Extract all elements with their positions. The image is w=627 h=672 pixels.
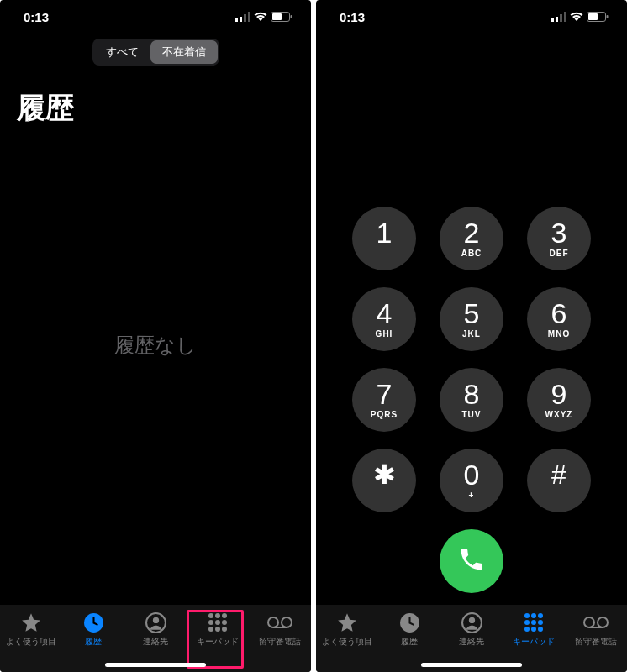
- seg-missed[interactable]: 不在着信: [150, 40, 218, 64]
- filter-segment: すべて 不在着信: [0, 39, 311, 66]
- star-icon: [336, 612, 358, 633]
- keypad-area: 1 2ABC 3DEF 4GHI 5JKL 6MNO 7PQRS 8TUV 9W…: [316, 34, 627, 605]
- key-1[interactable]: 1: [352, 207, 416, 270]
- tab-recents[interactable]: 履歴: [381, 612, 438, 648]
- tab-favorites[interactable]: よく使う項目: [3, 612, 60, 648]
- key-2[interactable]: 2ABC: [440, 207, 503, 270]
- battery-icon: [587, 12, 609, 22]
- svg-rect-1: [240, 17, 242, 22]
- key-5[interactable]: 5JKL: [440, 287, 503, 351]
- key-6[interactable]: 6MNO: [527, 287, 591, 351]
- tab-recents[interactable]: 履歴: [65, 612, 122, 648]
- keypad-screen: 0:13 1 2ABC 3DEF 4GHI 5JKL 6MNO 7PQRS 8T…: [316, 0, 627, 672]
- key-0[interactable]: 0+: [440, 449, 503, 512]
- phone-icon: [458, 546, 485, 576]
- key-7[interactable]: 7PQRS: [352, 368, 416, 432]
- home-indicator[interactable]: [105, 663, 206, 667]
- status-indicators: [551, 12, 609, 22]
- svg-rect-13: [551, 18, 554, 22]
- svg-rect-14: [556, 17, 558, 22]
- key-4[interactable]: 4GHI: [352, 287, 416, 351]
- tab-bar: よく使う項目 履歴 連絡先 キーパッド 留守番電話: [316, 605, 627, 672]
- keypad-grid: 1 2ABC 3DEF 4GHI 5JKL 6MNO 7PQRS 8TUV 9W…: [316, 207, 627, 512]
- tab-contacts[interactable]: 連絡先: [443, 612, 500, 648]
- svg-point-23: [584, 617, 594, 627]
- svg-rect-3: [248, 12, 250, 22]
- tab-voicemail[interactable]: 留守番電話: [567, 612, 624, 648]
- svg-rect-15: [560, 14, 562, 22]
- key-9[interactable]: 9WXYZ: [527, 368, 591, 432]
- seg-all[interactable]: すべて: [94, 40, 150, 64]
- clock-icon: [83, 612, 104, 633]
- page-title: 履歴: [0, 66, 311, 136]
- person-icon: [461, 612, 482, 633]
- svg-rect-6: [291, 15, 292, 18]
- status-bar: 0:13: [316, 0, 627, 34]
- annotation-highlight: [187, 610, 244, 669]
- battery-icon: [271, 12, 292, 22]
- voicemail-icon: [267, 612, 292, 633]
- key-star[interactable]: ✱: [352, 449, 416, 512]
- signal-icon: [551, 12, 566, 22]
- wifi-icon: [570, 12, 583, 22]
- status-time: 0:13: [340, 10, 365, 24]
- tab-voicemail[interactable]: 留守番電話: [251, 612, 308, 648]
- svg-point-9: [152, 617, 158, 622]
- clock-icon: [399, 612, 420, 633]
- svg-rect-2: [244, 14, 246, 22]
- key-3[interactable]: 3DEF: [527, 207, 591, 270]
- voicemail-icon: [583, 612, 609, 633]
- signal-icon: [235, 12, 250, 22]
- status-indicators: [235, 12, 292, 22]
- svg-rect-0: [235, 18, 238, 22]
- svg-rect-16: [564, 12, 566, 22]
- svg-rect-5: [272, 13, 282, 20]
- svg-point-11: [282, 617, 292, 627]
- status-time: 0:13: [24, 10, 49, 24]
- wifi-icon: [254, 12, 267, 22]
- tab-favorites[interactable]: よく使う項目: [319, 612, 376, 648]
- star-icon: [20, 612, 42, 633]
- svg-rect-19: [607, 15, 609, 18]
- call-button[interactable]: [440, 529, 503, 593]
- svg-point-22: [468, 617, 474, 622]
- person-icon: [145, 612, 166, 633]
- svg-point-10: [268, 617, 278, 627]
- tab-keypad[interactable]: キーパッド: [505, 612, 562, 648]
- empty-state: 履歴なし: [0, 136, 311, 605]
- svg-rect-18: [588, 13, 598, 20]
- keypad-icon: [524, 612, 543, 633]
- recents-screen: 0:13 すべて 不在着信 履歴 履歴なし よく使う項目 履歴 連絡先 キーパッ…: [0, 0, 311, 672]
- svg-point-24: [598, 617, 608, 627]
- home-indicator[interactable]: [421, 663, 522, 667]
- tab-bar: よく使う項目 履歴 連絡先 キーパッド 留守番電話: [0, 605, 311, 672]
- key-8[interactable]: 8TUV: [440, 368, 503, 432]
- tab-contacts[interactable]: 連絡先: [127, 612, 184, 648]
- status-bar: 0:13: [0, 0, 311, 34]
- key-hash[interactable]: #: [527, 449, 591, 512]
